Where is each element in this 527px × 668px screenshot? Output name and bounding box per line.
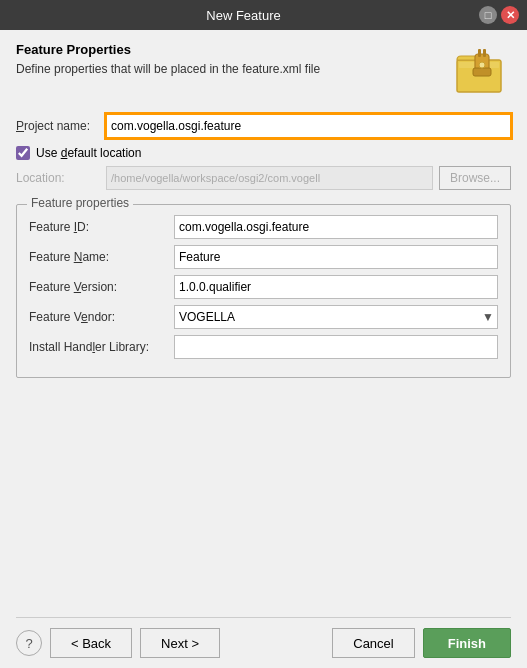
project-name-row: Project name: <box>16 114 511 138</box>
dialog-content: Feature Properties Define properties tha… <box>0 30 527 668</box>
close-button[interactable]: ✕ <box>501 6 519 24</box>
header-subtitle: Define properties that will be placed in… <box>16 61 443 78</box>
finish-button[interactable]: Finish <box>423 628 511 658</box>
project-name-label: Project name: <box>16 119 106 133</box>
title-bar: New Feature □ ✕ <box>0 0 527 30</box>
browse-button[interactable]: Browse... <box>439 166 511 190</box>
location-row: Location: Browse... <box>16 166 511 190</box>
svg-rect-3 <box>478 49 481 57</box>
feature-vendor-select[interactable]: VOGELLA <box>174 305 498 329</box>
next-button[interactable]: Next > <box>140 628 220 658</box>
cancel-button[interactable]: Cancel <box>332 628 414 658</box>
use-default-location-checkbox[interactable] <box>16 146 30 160</box>
feature-version-input[interactable] <box>174 275 498 299</box>
install-handler-row: Install Handler Library: <box>29 335 498 359</box>
group-box-legend: Feature properties <box>27 196 133 210</box>
svg-rect-5 <box>473 68 491 76</box>
header-text: Feature Properties Define properties tha… <box>16 42 443 78</box>
feature-id-row: Feature ID: <box>29 215 498 239</box>
dialog-title: New Feature <box>8 8 479 23</box>
svg-rect-4 <box>483 49 486 57</box>
feature-name-label: Feature Name: <box>29 250 174 264</box>
title-bar-controls: □ ✕ <box>479 6 519 24</box>
use-default-location-label: Use default location <box>36 146 141 160</box>
feature-icon <box>451 42 511 102</box>
location-label: Location: <box>16 171 106 185</box>
svg-point-6 <box>479 62 485 68</box>
install-handler-input[interactable] <box>174 335 498 359</box>
feature-name-input[interactable] <box>174 245 498 269</box>
button-bar: ? < Back Next > Cancel Finish <box>16 617 511 658</box>
feature-id-input[interactable] <box>174 215 498 239</box>
feature-vendor-select-wrapper: VOGELLA ▼ <box>174 305 498 329</box>
use-default-location-row: Use default location <box>16 146 511 160</box>
feature-id-label: Feature ID: <box>29 220 174 234</box>
feature-properties-group: Feature properties Feature ID: Feature N… <box>16 204 511 378</box>
help-button[interactable]: ? <box>16 630 42 656</box>
feature-version-label: Feature Version: <box>29 280 174 294</box>
project-name-input[interactable] <box>106 114 511 138</box>
back-button[interactable]: < Back <box>50 628 132 658</box>
header-section: Feature Properties Define properties tha… <box>16 42 511 102</box>
restore-button[interactable]: □ <box>479 6 497 24</box>
feature-name-row: Feature Name: <box>29 245 498 269</box>
install-handler-label: Install Handler Library: <box>29 340 174 354</box>
feature-version-row: Feature Version: <box>29 275 498 299</box>
feature-vendor-label: Feature Vendor: <box>29 310 174 324</box>
header-title: Feature Properties <box>16 42 443 57</box>
feature-vendor-row: Feature Vendor: VOGELLA ▼ <box>29 305 498 329</box>
location-input <box>106 166 433 190</box>
